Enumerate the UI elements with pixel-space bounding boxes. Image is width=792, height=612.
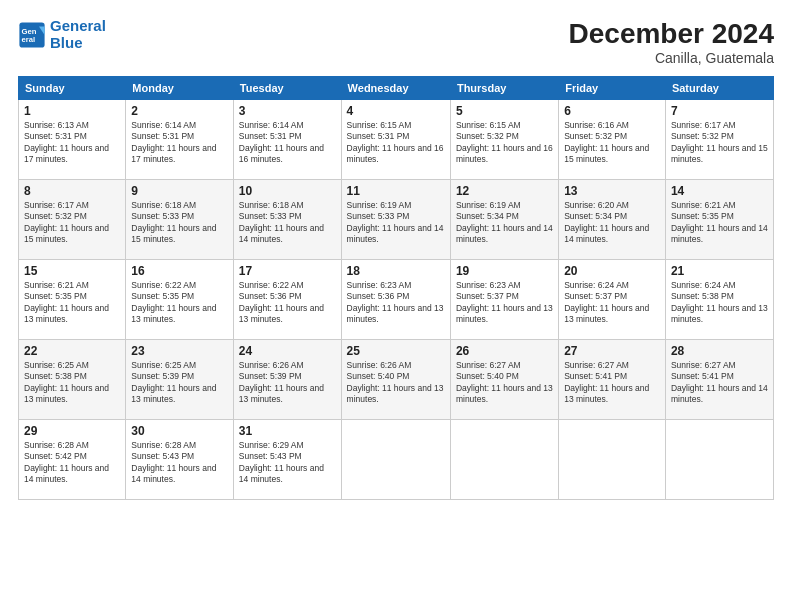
weekday-header-thursday: Thursday (450, 77, 558, 100)
day-info: Sunrise: 6:17 AM Sunset: 5:32 PM Dayligh… (24, 200, 120, 246)
day-info: Sunrise: 6:20 AM Sunset: 5:34 PM Dayligh… (564, 200, 660, 246)
day-info: Sunrise: 6:16 AM Sunset: 5:32 PM Dayligh… (564, 120, 660, 166)
calendar-cell: 12Sunrise: 6:19 AM Sunset: 5:34 PM Dayli… (450, 180, 558, 260)
calendar-cell: 17Sunrise: 6:22 AM Sunset: 5:36 PM Dayli… (233, 260, 341, 340)
day-info: Sunrise: 6:21 AM Sunset: 5:35 PM Dayligh… (671, 200, 768, 246)
day-number: 23 (131, 344, 228, 358)
svg-text:Gen: Gen (22, 26, 37, 35)
day-info: Sunrise: 6:26 AM Sunset: 5:39 PM Dayligh… (239, 360, 336, 406)
week-row-3: 15Sunrise: 6:21 AM Sunset: 5:35 PM Dayli… (19, 260, 774, 340)
calendar-cell: 5Sunrise: 6:15 AM Sunset: 5:32 PM Daylig… (450, 100, 558, 180)
day-number: 6 (564, 104, 660, 118)
day-info: Sunrise: 6:28 AM Sunset: 5:43 PM Dayligh… (131, 440, 228, 486)
calendar-cell: 3Sunrise: 6:14 AM Sunset: 5:31 PM Daylig… (233, 100, 341, 180)
day-number: 31 (239, 424, 336, 438)
day-number: 17 (239, 264, 336, 278)
day-number: 22 (24, 344, 120, 358)
logo-line1: General (50, 17, 106, 34)
day-info: Sunrise: 6:21 AM Sunset: 5:35 PM Dayligh… (24, 280, 120, 326)
day-info: Sunrise: 6:27 AM Sunset: 5:41 PM Dayligh… (564, 360, 660, 406)
calendar-page: Gen eral General Blue December 2024 Cani… (0, 0, 792, 612)
day-number: 28 (671, 344, 768, 358)
calendar-cell: 18Sunrise: 6:23 AM Sunset: 5:36 PM Dayli… (341, 260, 450, 340)
day-number: 11 (347, 184, 445, 198)
day-number: 30 (131, 424, 228, 438)
day-number: 2 (131, 104, 228, 118)
weekday-header-friday: Friday (559, 77, 666, 100)
day-info: Sunrise: 6:19 AM Sunset: 5:34 PM Dayligh… (456, 200, 553, 246)
day-number: 16 (131, 264, 228, 278)
svg-text:eral: eral (22, 35, 36, 44)
day-info: Sunrise: 6:27 AM Sunset: 5:41 PM Dayligh… (671, 360, 768, 406)
day-number: 29 (24, 424, 120, 438)
logo-line2: Blue (50, 34, 83, 51)
day-info: Sunrise: 6:25 AM Sunset: 5:39 PM Dayligh… (131, 360, 228, 406)
logo: Gen eral General Blue (18, 18, 106, 51)
calendar-cell: 19Sunrise: 6:23 AM Sunset: 5:37 PM Dayli… (450, 260, 558, 340)
day-info: Sunrise: 6:15 AM Sunset: 5:31 PM Dayligh… (347, 120, 445, 166)
day-info: Sunrise: 6:24 AM Sunset: 5:37 PM Dayligh… (564, 280, 660, 326)
calendar-cell: 30Sunrise: 6:28 AM Sunset: 5:43 PM Dayli… (126, 420, 234, 500)
calendar-cell: 20Sunrise: 6:24 AM Sunset: 5:37 PM Dayli… (559, 260, 666, 340)
weekday-header-monday: Monday (126, 77, 234, 100)
month-title: December 2024 (569, 18, 774, 50)
calendar-cell: 16Sunrise: 6:22 AM Sunset: 5:35 PM Dayli… (126, 260, 234, 340)
day-info: Sunrise: 6:25 AM Sunset: 5:38 PM Dayligh… (24, 360, 120, 406)
day-info: Sunrise: 6:22 AM Sunset: 5:35 PM Dayligh… (131, 280, 228, 326)
day-info: Sunrise: 6:19 AM Sunset: 5:33 PM Dayligh… (347, 200, 445, 246)
day-info: Sunrise: 6:26 AM Sunset: 5:40 PM Dayligh… (347, 360, 445, 406)
calendar-cell (450, 420, 558, 500)
day-number: 12 (456, 184, 553, 198)
calendar-cell: 10Sunrise: 6:18 AM Sunset: 5:33 PM Dayli… (233, 180, 341, 260)
weekday-header-wednesday: Wednesday (341, 77, 450, 100)
calendar-cell (559, 420, 666, 500)
day-info: Sunrise: 6:14 AM Sunset: 5:31 PM Dayligh… (131, 120, 228, 166)
day-number: 5 (456, 104, 553, 118)
day-info: Sunrise: 6:23 AM Sunset: 5:36 PM Dayligh… (347, 280, 445, 326)
day-number: 13 (564, 184, 660, 198)
calendar-cell: 27Sunrise: 6:27 AM Sunset: 5:41 PM Dayli… (559, 340, 666, 420)
day-info: Sunrise: 6:27 AM Sunset: 5:40 PM Dayligh… (456, 360, 553, 406)
calendar-cell: 8Sunrise: 6:17 AM Sunset: 5:32 PM Daylig… (19, 180, 126, 260)
calendar-cell: 31Sunrise: 6:29 AM Sunset: 5:43 PM Dayli… (233, 420, 341, 500)
day-number: 21 (671, 264, 768, 278)
day-number: 25 (347, 344, 445, 358)
weekday-header-row: SundayMondayTuesdayWednesdayThursdayFrid… (19, 77, 774, 100)
calendar-cell: 2Sunrise: 6:14 AM Sunset: 5:31 PM Daylig… (126, 100, 234, 180)
day-info: Sunrise: 6:18 AM Sunset: 5:33 PM Dayligh… (239, 200, 336, 246)
day-number: 27 (564, 344, 660, 358)
calendar-cell: 14Sunrise: 6:21 AM Sunset: 5:35 PM Dayli… (665, 180, 773, 260)
day-number: 9 (131, 184, 228, 198)
calendar-cell: 21Sunrise: 6:24 AM Sunset: 5:38 PM Dayli… (665, 260, 773, 340)
calendar-cell: 9Sunrise: 6:18 AM Sunset: 5:33 PM Daylig… (126, 180, 234, 260)
calendar-cell: 22Sunrise: 6:25 AM Sunset: 5:38 PM Dayli… (19, 340, 126, 420)
weekday-header-tuesday: Tuesday (233, 77, 341, 100)
day-number: 24 (239, 344, 336, 358)
calendar-cell: 24Sunrise: 6:26 AM Sunset: 5:39 PM Dayli… (233, 340, 341, 420)
week-row-1: 1Sunrise: 6:13 AM Sunset: 5:31 PM Daylig… (19, 100, 774, 180)
day-info: Sunrise: 6:17 AM Sunset: 5:32 PM Dayligh… (671, 120, 768, 166)
week-row-5: 29Sunrise: 6:28 AM Sunset: 5:42 PM Dayli… (19, 420, 774, 500)
day-info: Sunrise: 6:22 AM Sunset: 5:36 PM Dayligh… (239, 280, 336, 326)
calendar-cell: 29Sunrise: 6:28 AM Sunset: 5:42 PM Dayli… (19, 420, 126, 500)
day-number: 3 (239, 104, 336, 118)
title-block: December 2024 Canilla, Guatemala (569, 18, 774, 66)
week-row-2: 8Sunrise: 6:17 AM Sunset: 5:32 PM Daylig… (19, 180, 774, 260)
calendar-cell: 11Sunrise: 6:19 AM Sunset: 5:33 PM Dayli… (341, 180, 450, 260)
calendar-cell: 13Sunrise: 6:20 AM Sunset: 5:34 PM Dayli… (559, 180, 666, 260)
calendar-cell: 1Sunrise: 6:13 AM Sunset: 5:31 PM Daylig… (19, 100, 126, 180)
week-row-4: 22Sunrise: 6:25 AM Sunset: 5:38 PM Dayli… (19, 340, 774, 420)
calendar-table: SundayMondayTuesdayWednesdayThursdayFrid… (18, 76, 774, 500)
day-info: Sunrise: 6:28 AM Sunset: 5:42 PM Dayligh… (24, 440, 120, 486)
day-number: 8 (24, 184, 120, 198)
day-info: Sunrise: 6:23 AM Sunset: 5:37 PM Dayligh… (456, 280, 553, 326)
calendar-cell (665, 420, 773, 500)
day-number: 20 (564, 264, 660, 278)
calendar-cell: 23Sunrise: 6:25 AM Sunset: 5:39 PM Dayli… (126, 340, 234, 420)
day-number: 1 (24, 104, 120, 118)
day-info: Sunrise: 6:18 AM Sunset: 5:33 PM Dayligh… (131, 200, 228, 246)
calendar-cell: 26Sunrise: 6:27 AM Sunset: 5:40 PM Dayli… (450, 340, 558, 420)
day-info: Sunrise: 6:14 AM Sunset: 5:31 PM Dayligh… (239, 120, 336, 166)
location-title: Canilla, Guatemala (569, 50, 774, 66)
calendar-cell: 28Sunrise: 6:27 AM Sunset: 5:41 PM Dayli… (665, 340, 773, 420)
